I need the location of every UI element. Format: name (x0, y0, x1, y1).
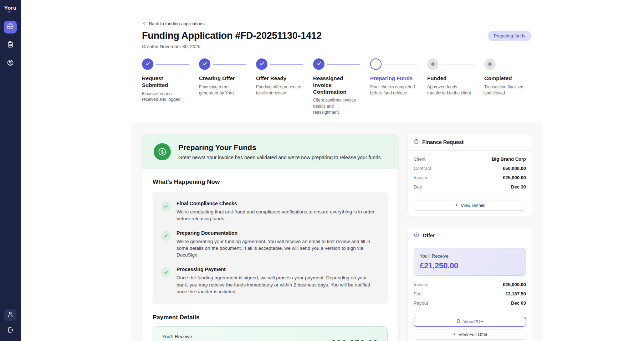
banner-subtitle: Great news! Your invoice has been valida… (178, 155, 382, 160)
page-header: Back to funding applications Funding App… (21, 0, 644, 123)
task-final-compliance: Final Compliance Checks We're conducting… (161, 201, 379, 222)
back-link[interactable]: Back to funding applications (142, 21, 205, 26)
check-icon (259, 61, 265, 68)
row-due: Due Dec 30 (414, 182, 526, 192)
step-creating-offer: Creating Offer Financing terms generated… (199, 58, 256, 115)
finance-request-card: Finance Request Client Big Brand Corp Co… (408, 134, 532, 216)
finance-request-title: Finance Request (422, 139, 464, 145)
step-done-circle (199, 58, 210, 70)
page-title: Funding Application #FD-20251130-1412 (142, 30, 322, 41)
chevron-left-icon (142, 21, 146, 26)
offer-receive-box: You'll Receive £21,250.00 (414, 248, 526, 276)
check-circle-icon (161, 201, 171, 211)
sidebar-nav (4, 21, 17, 70)
row-client: Client Big Brand Corp (414, 155, 526, 164)
clipboard-icon (7, 41, 14, 50)
step-done-circle (142, 58, 153, 70)
step-completed: Completed Transaction finalised and clos… (484, 58, 541, 115)
chevron-right-icon (454, 203, 458, 208)
task-preparing-documentation: Preparing Documentation We're generating… (161, 230, 379, 258)
happening-list: Final Compliance Checks We're conducting… (153, 192, 388, 304)
created-date: Created November 30, 2025 (142, 44, 531, 49)
step-preparing-funds: Preparing Funds Final checks completed b… (370, 58, 427, 115)
right-column: Finance Request Client Big Brand Corp Co… (408, 134, 532, 341)
offer-title: Offer (423, 233, 435, 238)
step-upcoming-circle (427, 58, 439, 70)
status-badge: Preparing funds (488, 31, 531, 41)
happening-heading: What's Happening Now (153, 179, 388, 186)
logout-icon (7, 326, 14, 335)
sidebar-item-applications[interactable] (4, 39, 17, 52)
banner-title: Preparing Your Funds (178, 143, 382, 152)
check-icon (145, 61, 150, 68)
check-icon (316, 61, 322, 68)
row-offer-payout: Payout Dec 03 (414, 299, 526, 308)
check-circle-icon (161, 231, 171, 241)
row-offer-invoice: Invoice £25,000.00 (414, 280, 526, 289)
receive-label: You'll Receive (162, 334, 238, 339)
back-link-label: Back to funding applications (149, 21, 205, 26)
view-pdf-button[interactable]: View PDF (414, 317, 526, 327)
row-offer-fee: Fee £3,187.50 (414, 289, 526, 299)
sidebar-bottom (4, 309, 16, 336)
svg-text:$: $ (161, 149, 164, 155)
row-invoice: Invoice £25,000.00 (414, 173, 526, 182)
step-done-circle (256, 58, 267, 70)
sidebar-item-funding[interactable] (4, 21, 17, 33)
yoru-logo: Yoru (4, 5, 16, 11)
chevron-right-icon (452, 332, 456, 337)
preparing-funds-banner: $ Preparing Your Funds Great news! Your … (142, 134, 398, 169)
status-detail-card: $ Preparing Your Funds Great news! Your … (142, 134, 399, 341)
step-reassigned-invoice: Reassigned Invoice Confirmation Client c… (313, 58, 370, 115)
step-upcoming-circle (484, 58, 496, 70)
sidebar-item-clients[interactable] (4, 57, 17, 70)
step-offer-ready: Offer Ready Funding offer presented for … (256, 58, 313, 115)
profile-button[interactable] (4, 309, 16, 321)
check-circle-icon (161, 267, 171, 277)
briefcase-icon (7, 23, 14, 31)
dollar-circle-icon: $ (154, 143, 171, 160)
person-icon (7, 311, 14, 319)
row-contract: Contract £50,000.00 (414, 164, 526, 173)
clipboard-icon (414, 139, 419, 146)
check-icon (202, 61, 208, 68)
logo-underline (7, 11, 11, 12)
logout-button[interactable] (4, 325, 16, 336)
document-icon (456, 319, 461, 324)
content-panel: $ Preparing Your Funds Great news! Your … (131, 123, 542, 341)
sidebar: Yoru (0, 0, 21, 341)
offer-amount: £21,250.00 (420, 261, 520, 270)
step-request-submitted: Request Submitted Finance request receiv… (142, 58, 199, 115)
payment-summary-box: You'll Receive Expected by December 03, … (153, 326, 388, 341)
main-area: Back to funding applications Funding App… (21, 0, 644, 341)
step-current-circle (370, 58, 382, 70)
dollar-circle-icon: $ (414, 232, 419, 239)
offer-card: $ Offer You'll Receive £21,250.00 Invoic… (408, 227, 532, 341)
svg-text:$: $ (416, 233, 418, 237)
step-done-circle (313, 58, 324, 70)
view-full-offer-button[interactable]: View Full Offer (414, 330, 526, 340)
offer-receive-label: You'll Receive (420, 253, 520, 259)
progress-stepper: Request Submitted Finance request receiv… (142, 58, 531, 115)
user-circle-icon (7, 59, 14, 68)
task-processing-payment: Processing Payment Once the funding agre… (161, 267, 379, 295)
payment-amount: £21,250.00 (331, 339, 378, 341)
payment-details-heading: Payment Details (153, 314, 388, 321)
step-funded: Funded Approved funds transferred to the… (427, 58, 484, 115)
view-details-button[interactable]: View Details (414, 201, 526, 211)
